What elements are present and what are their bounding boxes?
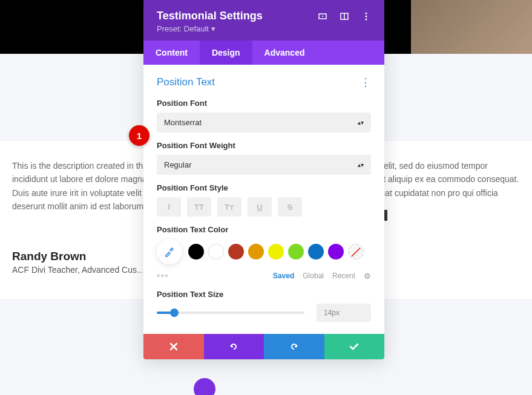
tab-content[interactable]: Content <box>143 41 200 65</box>
panel-footer <box>143 334 384 359</box>
bottom-decorative-circle <box>194 378 215 395</box>
more-icon[interactable] <box>361 11 371 21</box>
chevron-updown-icon: ▴▾ <box>358 119 364 126</box>
color-yellow[interactable] <box>268 244 284 260</box>
step-badge: 1 <box>129 125 149 146</box>
slider-thumb[interactable] <box>170 308 179 317</box>
color-green[interactable] <box>288 244 304 260</box>
color-tabs-row: ••• Saved Global Recent ⚙ <box>157 270 371 281</box>
redo-button[interactable] <box>264 334 324 359</box>
weight-select[interactable]: Regular ▴▾ <box>157 155 371 175</box>
color-red[interactable] <box>228 244 244 260</box>
panel-title-row: Testimonial Settings <box>157 10 371 22</box>
tab-design[interactable]: Design <box>200 41 252 65</box>
panel-body: Position Text ⋮ Position Font Montserrat… <box>143 65 384 334</box>
expand-icon[interactable] <box>340 11 349 21</box>
label-color: Position Text Color <box>157 225 371 234</box>
color-none[interactable] <box>348 244 364 260</box>
color-black[interactable] <box>188 244 204 260</box>
font-select[interactable]: Montserrat ▴▾ <box>157 113 371 132</box>
label-font: Position Font <box>157 99 371 108</box>
label-style: Position Font Style <box>157 183 371 192</box>
chevron-updown-icon: ▴▾ <box>358 162 364 168</box>
style-buttons-row: I TT Tᴛ U S <box>157 197 371 217</box>
weight-value: Regular <box>164 160 192 169</box>
svg-point-5 <box>366 15 367 17</box>
more-colors-icon[interactable]: ••• <box>157 270 169 281</box>
color-blue[interactable] <box>308 244 324 260</box>
color-white[interactable] <box>208 244 224 260</box>
italic-button[interactable]: I <box>157 197 181 217</box>
color-tab-saved[interactable]: Saved <box>273 272 294 280</box>
svg-point-4 <box>366 12 367 14</box>
size-slider[interactable] <box>157 312 304 314</box>
section-title[interactable]: Position Text <box>157 76 215 88</box>
label-size: Position Text Size <box>157 290 371 299</box>
size-slider-row: 14px <box>157 304 371 322</box>
section-header: Position Text ⋮ <box>157 76 371 89</box>
size-input[interactable]: 14px <box>317 304 371 322</box>
smallcaps-button[interactable]: Tᴛ <box>217 197 241 217</box>
undo-button[interactable] <box>204 334 264 359</box>
underline-button[interactable]: U <box>248 197 272 217</box>
svg-point-1 <box>322 16 323 17</box>
color-swatches-row <box>157 239 371 264</box>
color-tabs: Saved Global Recent ⚙ <box>273 272 371 281</box>
background-image-area <box>411 0 532 54</box>
save-button[interactable] <box>324 334 385 359</box>
panel-title: Testimonial Settings <box>157 10 263 22</box>
tab-advanced[interactable]: Advanced <box>252 41 317 65</box>
panel-header-icons <box>318 11 371 21</box>
preset-dropdown[interactable]: Preset: Default ▾ <box>157 24 371 33</box>
gear-icon[interactable]: ⚙ <box>364 272 371 281</box>
cancel-button[interactable] <box>143 334 204 359</box>
eyedropper-button[interactable] <box>157 239 182 264</box>
svg-point-6 <box>366 18 367 20</box>
uppercase-button[interactable]: TT <box>187 197 211 217</box>
panel-tabs: Content Design Advanced <box>143 41 384 65</box>
color-tab-recent[interactable]: Recent <box>332 272 355 280</box>
font-value: Montserrat <box>164 118 202 127</box>
color-purple[interactable] <box>328 244 344 260</box>
color-tab-global[interactable]: Global <box>303 272 324 280</box>
color-orange[interactable] <box>248 244 264 260</box>
strikethrough-button[interactable]: S <box>278 197 302 217</box>
preview-icon[interactable] <box>318 11 327 21</box>
panel-header: Testimonial Settings Preset: Default ▾ <box>143 0 384 41</box>
settings-panel: Testimonial Settings Preset: Default ▾ C… <box>143 0 384 359</box>
label-weight: Position Font Weight <box>157 141 371 150</box>
section-more-icon[interactable]: ⋮ <box>360 76 371 89</box>
